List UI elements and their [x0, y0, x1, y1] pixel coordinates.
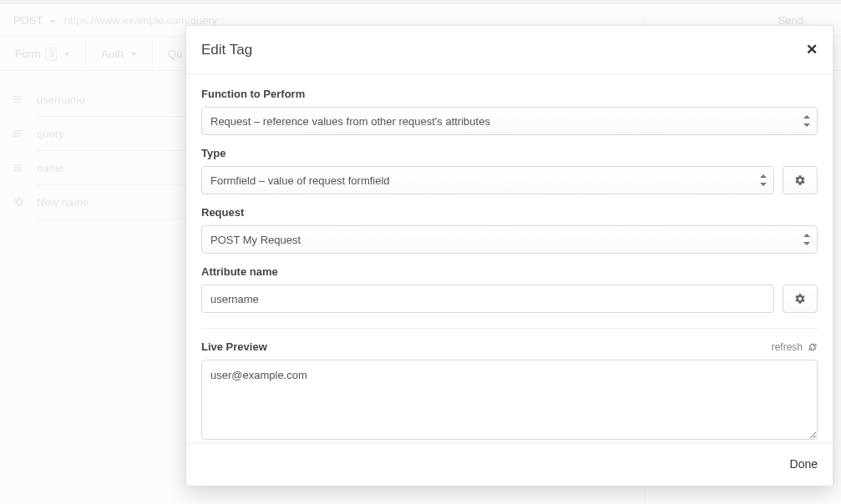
refresh-button[interactable]: refresh	[772, 341, 818, 353]
type-select[interactable]: Formfield – value of request formfield	[201, 166, 774, 194]
close-icon: ✕	[806, 42, 818, 58]
attribute-settings-button[interactable]	[783, 285, 818, 313]
type-select-value: Formfield – value of request formfield	[201, 166, 774, 194]
request-select[interactable]: POST My Request	[201, 225, 818, 254]
request-label: Request	[201, 206, 818, 219]
done-button[interactable]: Done	[790, 457, 818, 471]
attribute-name-input[interactable]: username	[201, 285, 774, 313]
attribute-name-label: Attribute name	[201, 265, 818, 278]
request-select-value: POST My Request	[201, 225, 818, 254]
divider	[201, 328, 818, 329]
close-button[interactable]: ✕	[806, 41, 818, 58]
select-caret-icon	[803, 115, 811, 127]
modal-body: Function to Perform Request – reference …	[186, 74, 833, 443]
live-preview-label: Live Preview	[201, 340, 267, 353]
select-caret-icon	[803, 234, 811, 245]
live-preview-header: Live Preview refresh	[201, 340, 818, 353]
gear-icon	[794, 174, 806, 186]
function-label: Function to Perform	[201, 88, 818, 100]
type-label: Type	[201, 147, 818, 159]
modal-title: Edit Tag	[201, 42, 252, 58]
modal-header: Edit Tag ✕	[186, 26, 833, 74]
select-caret-icon	[759, 174, 768, 186]
type-settings-button[interactable]	[783, 166, 818, 194]
gear-icon	[794, 293, 806, 305]
edit-tag-modal: Edit Tag ✕ Function to Perform Request –…	[185, 25, 833, 486]
function-select-value: Request – reference values from other re…	[201, 107, 818, 135]
refresh-icon	[808, 342, 818, 352]
function-select[interactable]: Request – reference values from other re…	[201, 107, 818, 135]
refresh-label: refresh	[772, 341, 803, 353]
attribute-name-value: username	[201, 285, 774, 313]
modal-footer: Done	[186, 443, 833, 486]
live-preview-output[interactable]: user@example.com	[201, 360, 818, 440]
